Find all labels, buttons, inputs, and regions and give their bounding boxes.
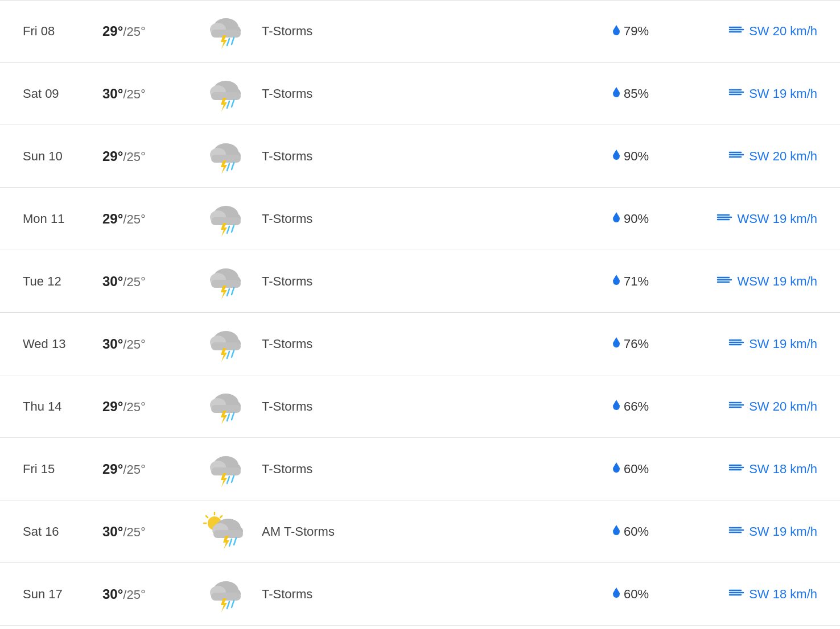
weather-row[interactable]: Thu 14 29°/25° T-Storms 66%	[0, 375, 840, 438]
precipitation: 66%	[612, 399, 692, 414]
high-temp: 29°	[102, 399, 123, 414]
condition-label: T-Storms	[256, 212, 612, 226]
day-label: Sat 16	[23, 524, 102, 539]
high-temp: 30°	[102, 524, 123, 539]
svg-line-35	[227, 226, 229, 233]
precipitation: 76%	[612, 336, 692, 351]
weather-icon	[193, 11, 256, 51]
weather-row[interactable]: Wed 13 30°/25° T-Storms 76%	[0, 313, 840, 375]
low-temp: 25°	[126, 275, 145, 289]
svg-line-26	[232, 163, 234, 169]
weather-forecast-list: Fri 08 29°/25° T-Storms 79%	[0, 0, 840, 626]
svg-line-65	[227, 414, 229, 421]
temperature: 30°/25°	[102, 524, 193, 540]
wind: SW 20 km/h	[692, 399, 817, 414]
svg-line-5	[227, 39, 229, 45]
wind: SW 20 km/h	[692, 24, 817, 39]
svg-line-100	[227, 602, 229, 609]
svg-line-90	[229, 539, 232, 546]
temperature: 29°/25°	[102, 23, 193, 39]
temperature: 30°/25°	[102, 586, 193, 602]
high-temp: 29°	[102, 23, 123, 39]
precip-value: 60%	[624, 587, 649, 602]
day-label: Mon 11	[23, 212, 102, 226]
precip-value: 60%	[624, 524, 649, 539]
drop-icon	[612, 24, 620, 39]
wind-value: SW 18 km/h	[749, 587, 817, 602]
condition-label: T-Storms	[256, 337, 612, 351]
wind: SW 18 km/h	[692, 462, 817, 477]
high-temp: 29°	[102, 148, 123, 164]
svg-line-75	[227, 477, 229, 483]
low-temp: 25°	[126, 525, 145, 539]
drop-icon	[612, 86, 620, 101]
wind-icon	[717, 274, 732, 289]
drop-icon	[612, 524, 620, 539]
weather-row[interactable]: Sun 10 29°/25° T-Storms 90%	[0, 125, 840, 188]
svg-line-101	[232, 601, 234, 607]
precip-value: 66%	[624, 399, 649, 414]
weather-row[interactable]: Mon 11 29°/25° T-Storms 90%	[0, 188, 840, 250]
svg-line-55	[227, 351, 229, 358]
weather-icon	[193, 512, 256, 552]
svg-line-25	[227, 164, 229, 171]
svg-line-16	[232, 100, 234, 107]
condition-label: AM T-Storms	[256, 524, 612, 539]
drop-icon	[612, 399, 620, 414]
precipitation: 60%	[612, 586, 692, 602]
drop-icon	[612, 336, 620, 351]
high-temp: 30°	[102, 336, 123, 351]
weather-row[interactable]: Sun 17 30°/25° T-Storms 60%	[0, 563, 840, 626]
drop-icon	[612, 461, 620, 477]
svg-line-82	[220, 516, 222, 518]
wind-value: WSW 19 km/h	[737, 212, 817, 226]
high-temp: 30°	[102, 274, 123, 289]
precipitation: 90%	[612, 211, 692, 226]
day-label: Fri 15	[23, 462, 102, 477]
low-temp: 25°	[126, 24, 145, 39]
precip-value: 71%	[624, 274, 649, 289]
weather-row[interactable]: Sat 16 30°/25° AM T-Storms	[0, 500, 840, 563]
wind: SW 19 km/h	[692, 86, 817, 101]
svg-line-6	[232, 38, 234, 44]
drop-icon	[612, 211, 620, 226]
precip-value: 85%	[624, 86, 649, 101]
temperature: 29°/25°	[102, 148, 193, 164]
wind-value: SW 20 km/h	[749, 149, 817, 164]
wind-value: WSW 19 km/h	[737, 274, 817, 289]
weather-row[interactable]: Fri 08 29°/25° T-Storms 79%	[0, 0, 840, 63]
wind-value: SW 19 km/h	[749, 86, 817, 101]
high-temp: 29°	[102, 211, 123, 226]
weather-icon	[193, 324, 256, 364]
condition-label: T-Storms	[256, 24, 612, 39]
precipitation: 60%	[612, 524, 692, 539]
weather-row[interactable]: Fri 15 29°/25° T-Storms 60%	[0, 438, 840, 500]
wind: SW 20 km/h	[692, 149, 817, 164]
svg-line-45	[227, 289, 229, 296]
precipitation: 90%	[612, 148, 692, 164]
weather-row[interactable]: Tue 12 30°/25° T-Storms 71%	[0, 250, 840, 313]
wind: SW 19 km/h	[692, 524, 817, 539]
wind: SW 19 km/h	[692, 337, 817, 351]
svg-line-76	[232, 475, 234, 482]
high-temp: 29°	[102, 461, 123, 477]
precip-value: 90%	[624, 149, 649, 164]
low-temp: 25°	[126, 87, 145, 101]
temperature: 29°/25°	[102, 399, 193, 415]
wind-value: SW 19 km/h	[749, 337, 817, 351]
precipitation: 79%	[612, 24, 692, 39]
condition-label: T-Storms	[256, 149, 612, 164]
drop-icon	[612, 148, 620, 164]
weather-icon	[193, 74, 256, 114]
weather-row[interactable]: Sat 09 30°/25° T-Storms 85%	[0, 63, 840, 125]
precip-value: 79%	[624, 24, 649, 39]
high-temp: 30°	[102, 86, 123, 101]
weather-icon	[193, 136, 256, 176]
wind-icon	[728, 149, 744, 164]
temperature: 29°/25°	[102, 461, 193, 477]
precip-value: 90%	[624, 212, 649, 226]
temperature: 30°/25°	[102, 274, 193, 289]
precip-value: 60%	[624, 462, 649, 477]
precipitation: 85%	[612, 86, 692, 101]
wind-icon	[728, 462, 744, 477]
